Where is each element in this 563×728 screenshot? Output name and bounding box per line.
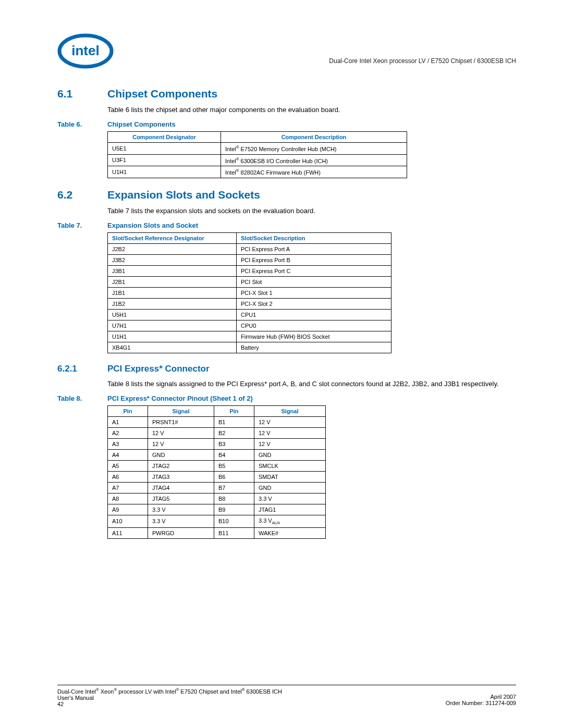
td: CPU1 (237, 309, 391, 320)
page-header: intel Dual-Core Intel Xeon processor LV … (57, 31, 516, 69)
table-row: U5E1 Intel® E7520 Memory Controller Hub … (108, 142, 407, 154)
td: PWRGD (148, 527, 214, 538)
td: B4 (214, 449, 254, 460)
footer-page-number: 42 (57, 701, 282, 707)
table-title: Expansion Slots and Socket (107, 221, 198, 229)
td: PCI-X Slot 1 (237, 287, 391, 298)
td: Intel® 6300ESB I/O Controller Hub (ICH) (221, 154, 407, 166)
intel-logo: intel (57, 31, 114, 69)
table-row: A312 VB312 V (108, 438, 326, 449)
th: Component Description (221, 131, 407, 142)
td: U3F1 (108, 154, 221, 166)
table-7: Slot/Socket Reference Designator Slot/So… (107, 232, 391, 353)
td: PCI Express Port B (237, 254, 391, 265)
section-number: 6.2.1 (57, 364, 107, 374)
td: 12 V (148, 438, 214, 449)
td: A2 (108, 427, 148, 438)
header-text: Dual-Core Intel Xeon processor LV / E752… (329, 57, 516, 65)
td: B2 (214, 427, 254, 438)
td: B1 (214, 416, 254, 427)
td: XB4G1 (108, 342, 237, 353)
table-8-caption: Table 8. PCI Express* Connector Pinout (… (57, 394, 516, 402)
td: 12 V (148, 427, 214, 438)
table-row: A103.3 VB103.3 VAUX (108, 515, 326, 527)
th: Pin (108, 405, 148, 416)
td: A1 (108, 416, 148, 427)
th: Signal (148, 405, 214, 416)
td: J1B1 (108, 287, 237, 298)
table-row: A7JTAG4B7GND (108, 482, 326, 493)
td: B6 (214, 471, 254, 482)
td: J2B2 (108, 243, 237, 254)
table-row: J2B2PCI Express Port A (108, 243, 391, 254)
table-header-row: Pin Signal Pin Signal (108, 405, 326, 416)
footer-manual: User's Manual (57, 695, 282, 701)
td: Firmware Hub (FWH) BIOS Socket (237, 331, 391, 342)
table-row: A212 VB212 V (108, 427, 326, 438)
section-title: PCI Express* Connector (107, 364, 210, 374)
footer-date: April 2007 (446, 694, 516, 700)
page-footer: Dual-Core Intel® Xeon® processor LV with… (57, 685, 516, 707)
td: U1H1 (108, 331, 237, 342)
table-row: A6JTAG3B6SMDAT (108, 471, 326, 482)
page: intel Dual-Core Intel Xeon processor LV … (0, 0, 563, 728)
td: J2B1 (108, 276, 237, 287)
td: J1B2 (108, 298, 237, 309)
th: Slot/Socket Description (237, 232, 391, 243)
td: PCI Express Port C (237, 265, 391, 276)
td: 12 V (254, 416, 326, 427)
td: 12 V (254, 438, 326, 449)
td: SMDAT (254, 471, 326, 482)
footer-doc-title: Dual-Core Intel® Xeon® processor LV with… (57, 687, 282, 695)
td: 3.3 V (148, 515, 214, 527)
table-label: Table 6. (57, 120, 107, 128)
td: JTAG2 (148, 460, 214, 471)
th: Slot/Socket Reference Designator (108, 232, 237, 243)
td: A3 (108, 438, 148, 449)
td: B3 (214, 438, 254, 449)
td: 3.3 V (148, 504, 214, 515)
td: JTAG1 (254, 504, 326, 515)
table-header-row: Slot/Socket Reference Designator Slot/So… (108, 232, 391, 243)
table-label: Table 7. (57, 221, 107, 229)
td: J3B1 (108, 265, 237, 276)
section-6-2-1-intro: Table 8 lists the signals assigned to th… (107, 379, 516, 389)
table-row: J3B1PCI Express Port C (108, 265, 391, 276)
svg-point-2 (104, 40, 107, 43)
table-6-caption: Table 6. Chipset Components (57, 120, 516, 128)
th: Component Designator (108, 131, 221, 142)
table-header-row: Component Designator Component Descripti… (108, 131, 407, 142)
td: PCI-X Slot 2 (237, 298, 391, 309)
section-6-1-intro: Table 6 lists the chipset and other majo… (107, 105, 516, 115)
section-title: Chipset Components (107, 88, 217, 100)
td: U7H1 (108, 320, 237, 331)
td: A10 (108, 515, 148, 527)
table-row: A1PRSNT1#B112 V (108, 416, 326, 427)
td: A5 (108, 460, 148, 471)
table-7-caption: Table 7. Expansion Slots and Socket (57, 221, 516, 229)
td: A6 (108, 471, 148, 482)
table-row: A5JTAG2B5SMCLK (108, 460, 326, 471)
td: JTAG3 (148, 471, 214, 482)
td: J3B2 (108, 254, 237, 265)
table-row: U1H1 Intel® 82802AC Firmware Hub (FWH) (108, 166, 407, 178)
td: B10 (214, 515, 254, 527)
td: B8 (214, 493, 254, 504)
table-row: J2B1PCI Slot (108, 276, 391, 287)
th: Signal (254, 405, 326, 416)
td: A4 (108, 449, 148, 460)
td: Intel® E7520 Memory Controller Hub (MCH) (221, 142, 407, 154)
table-row: U3F1 Intel® 6300ESB I/O Controller Hub (… (108, 154, 407, 166)
td: Intel® 82802AC Firmware Hub (FWH) (221, 166, 407, 178)
section-6-2-1-heading: 6.2.1 PCI Express* Connector (57, 364, 516, 374)
td: WAKE# (254, 527, 326, 538)
table-row: A11PWRGDB11WAKE# (108, 527, 326, 538)
section-6-2-intro: Table 7 lists the expansion slots and so… (107, 206, 516, 216)
table-row: J1B2PCI-X Slot 2 (108, 298, 391, 309)
td: Battery (237, 342, 391, 353)
td: GND (254, 449, 326, 460)
th: Pin (214, 405, 254, 416)
section-number: 6.2 (57, 189, 107, 201)
section-title: Expansion Slots and Sockets (107, 189, 260, 201)
td: SMCLK (254, 460, 326, 471)
